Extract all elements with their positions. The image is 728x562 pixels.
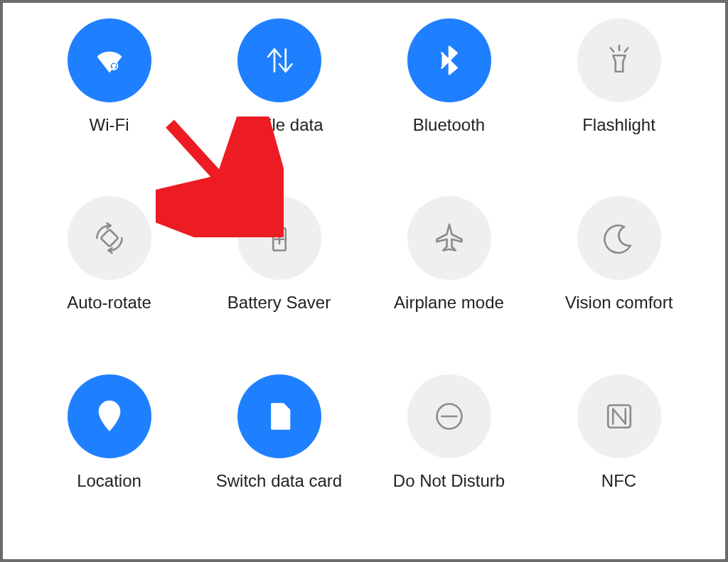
mobile-data-icon — [237, 18, 321, 102]
location-icon — [68, 374, 151, 458]
tile-auto-rotate[interactable]: Auto-rotate — [24, 196, 194, 313]
sim-card-icon: 2 — [237, 374, 321, 458]
tile-label: Switch data card — [216, 471, 342, 491]
tile-switch-data-card[interactable]: 2 Switch data card — [194, 374, 364, 491]
bluetooth-icon — [407, 18, 491, 102]
quick-settings-panel: ? Wi-Fi Mobile data Bluet — [0, 0, 728, 562]
wifi-icon: ? — [68, 18, 151, 102]
tile-wifi[interactable]: ? Wi-Fi — [24, 18, 194, 135]
tile-label: Vision comfort — [565, 293, 673, 313]
svg-rect-9 — [276, 225, 282, 228]
quick-settings-grid: ? Wi-Fi Mobile data Bluet — [3, 3, 725, 559]
tile-vision-comfort[interactable]: Vision comfort — [534, 196, 704, 313]
svg-line-5 — [610, 48, 613, 52]
tile-label: Do Not Disturb — [393, 471, 505, 491]
tile-label: Bluetooth — [413, 115, 485, 135]
tile-do-not-disturb[interactable]: Do Not Disturb — [364, 374, 534, 491]
moon-icon — [577, 196, 661, 280]
tile-bluetooth[interactable]: Bluetooth — [364, 18, 534, 135]
tile-airplane-mode[interactable]: Airplane mode — [364, 196, 534, 313]
tile-nfc[interactable]: NFC — [534, 374, 704, 491]
tile-label: Wi-Fi — [90, 115, 129, 135]
tile-label: Mobile data — [235, 115, 323, 135]
tile-label: Location — [77, 471, 141, 491]
svg-point-12 — [105, 407, 113, 415]
tile-label: Airplane mode — [394, 293, 504, 313]
flashlight-icon — [577, 18, 661, 102]
do-not-disturb-icon — [407, 374, 491, 458]
auto-rotate-icon — [68, 196, 151, 280]
tile-label: Auto-rotate — [67, 293, 151, 313]
svg-text:2: 2 — [277, 410, 284, 424]
svg-line-6 — [624, 48, 627, 52]
svg-rect-7 — [100, 229, 118, 247]
tile-location[interactable]: Location — [24, 374, 194, 491]
tile-flashlight[interactable]: Flashlight — [534, 18, 704, 135]
battery-saver-icon — [237, 196, 321, 280]
tile-label: Flashlight — [582, 115, 655, 135]
tile-mobile-data[interactable]: Mobile data — [194, 18, 364, 135]
tile-label: Battery Saver — [228, 293, 331, 313]
tile-label: NFC — [601, 471, 636, 491]
nfc-icon — [577, 374, 661, 458]
tile-battery-saver[interactable]: Battery Saver — [194, 196, 364, 313]
svg-text:?: ? — [112, 64, 114, 69]
airplane-icon — [407, 196, 491, 280]
